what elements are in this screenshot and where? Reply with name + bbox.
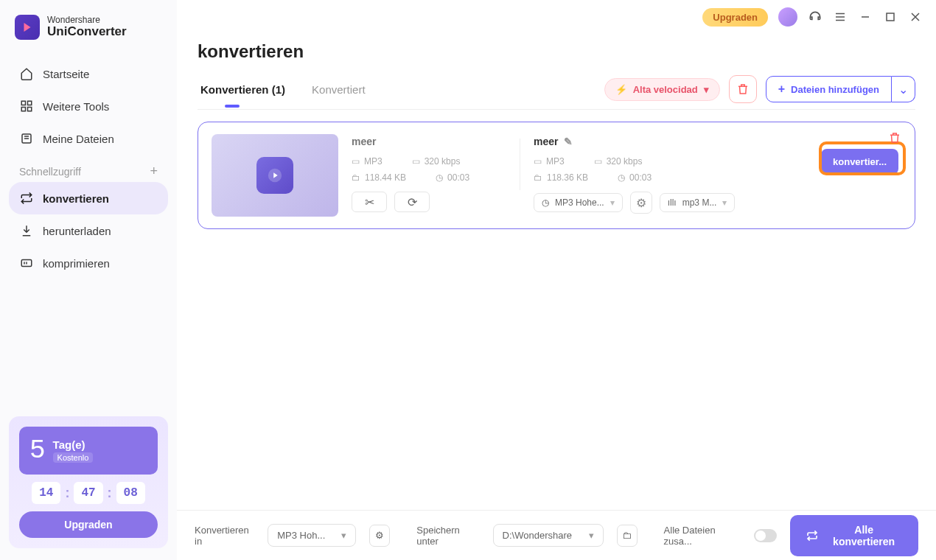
nav-home[interactable]: Startseite <box>9 57 168 90</box>
open-folder-button[interactable]: 🗀 <box>617 525 638 547</box>
save-under-label: Speichern unter <box>416 525 479 547</box>
gear-icon: ⚙ <box>375 530 384 541</box>
crop-button[interactable]: ⟳ <box>394 192 430 212</box>
svg-rect-3 <box>28 108 32 111</box>
svg-rect-6 <box>887 13 894 21</box>
video-icon: ▭ <box>352 156 360 167</box>
play-icon <box>256 157 293 194</box>
nav-download[interactable]: herunterladen <box>9 214 168 247</box>
logo-mark-icon <box>15 15 40 40</box>
tabs-row: Konvertieren (1) Konvertiert ⚡ Alta velo… <box>198 75 915 110</box>
tab-converted[interactable]: Konvertiert <box>309 79 369 100</box>
cut-button[interactable]: ✂ <box>352 192 387 212</box>
nav-convert[interactable]: konvertieren <box>9 182 168 214</box>
nav-tools[interactable]: Weitere Tools <box>9 90 168 122</box>
bolt-icon: ⚡ <box>615 84 627 95</box>
save-path-select[interactable]: D:\Wondershare ▾ <box>493 524 604 547</box>
speed-toggle[interactable]: ⚡ Alta velocidad ▾ <box>604 78 720 101</box>
timer-m: 47 <box>74 482 102 504</box>
close-icon[interactable] <box>908 10 923 24</box>
promo-box: 5 Tag(e) Kostenlo 14 : 47 : 08 Upgraden <box>9 416 168 548</box>
convert-item-button[interactable]: konvertier... <box>821 149 898 175</box>
promo-daylabel: Tag(e) <box>53 438 94 451</box>
nav-files-label: Meine Dateien <box>43 133 114 145</box>
chevron-down-icon: ▾ <box>589 530 594 541</box>
folder-icon: 🗀 <box>622 530 632 541</box>
chevron-down-icon: ⌄ <box>898 83 908 97</box>
preset-select[interactable]: ◷ MP3 Hohe... ▾ <box>534 193 623 212</box>
promo-upgrade-button[interactable]: Upgraden <box>19 511 158 538</box>
file-item-card: meer ▭MP3 ▭320 kbps 🗀118.44 KB ◷00:03 ✂ … <box>198 122 915 229</box>
remove-item-button[interactable] <box>888 131 901 144</box>
speed-label: Alta velocidad <box>633 84 698 95</box>
src-fmt: MP3 <box>364 156 383 167</box>
timer-h: 14 <box>32 482 60 504</box>
nav-compress[interactable]: komprimieren <box>9 247 168 279</box>
merge-label: Alle Dateien zusa... <box>664 525 741 547</box>
home-icon <box>19 66 34 81</box>
add-files-dropdown[interactable]: ⌄ <box>892 76 915 102</box>
add-files-button[interactable]: + Dateien hinzufügen <box>766 76 892 102</box>
sidebar: Wondershare UniConverter Startseite Weit… <box>0 0 177 560</box>
promo-free: Kostenlo <box>53 452 94 463</box>
scissors-icon: ✂ <box>365 195 374 209</box>
headset-icon[interactable] <box>808 10 823 24</box>
source-info: meer ▭MP3 ▭320 kbps 🗀118.44 KB ◷00:03 ✂ … <box>352 134 506 212</box>
convert-in-select[interactable]: MP3 Hoh... ▾ <box>268 524 356 547</box>
folder-icon <box>19 131 34 146</box>
brand-line2: UniConverter <box>47 25 127 39</box>
clear-all-button[interactable] <box>729 75 757 103</box>
convert-in-label: Konvertieren in <box>195 525 254 547</box>
chevron-down-icon: ▾ <box>341 530 346 541</box>
dest-filename: meer <box>534 136 558 147</box>
merge-toggle[interactable] <box>754 529 778 542</box>
convert-icon <box>806 530 818 542</box>
settings-button[interactable]: ⚙ <box>630 192 652 214</box>
src-dur: 00:03 <box>447 172 469 183</box>
svg-rect-1 <box>28 101 32 105</box>
gear-icon: ⚙ <box>636 196 646 210</box>
src-size: 118.44 KB <box>365 172 406 183</box>
menu-icon[interactable] <box>833 10 848 24</box>
save-path-value: D:\Wondershare <box>503 530 572 541</box>
maximize-icon[interactable] <box>883 10 898 24</box>
nav-compress-label: komprimieren <box>43 257 110 270</box>
clock-icon: ◷ <box>618 172 625 183</box>
svg-rect-2 <box>21 108 25 111</box>
chevron-down-icon: ▾ <box>722 197 727 208</box>
edit-icon[interactable]: ✎ <box>564 136 573 147</box>
avatar-icon[interactable] <box>778 7 797 27</box>
convert-settings-button[interactable]: ⚙ <box>369 525 390 547</box>
dst-fmt: MP3 <box>546 156 565 167</box>
upgrade-pill[interactable]: Upgraden <box>702 8 768 27</box>
titlebar: Upgraden <box>177 0 936 34</box>
convert-all-label: Alle konvertieren <box>825 524 902 547</box>
tab-converting[interactable]: Konvertieren (1) <box>198 79 288 100</box>
dst-size: 118.36 KB <box>547 172 588 183</box>
promo-card: 5 Tag(e) Kostenlo <box>19 427 158 475</box>
bitrate-icon: ▭ <box>412 156 420 167</box>
chevron-down-icon: ▾ <box>704 84 709 95</box>
nav-download-label: herunterladen <box>43 225 111 237</box>
clock-icon: ◷ <box>542 197 549 208</box>
audio-icon: ıllı <box>668 197 677 208</box>
plus-icon[interactable]: + <box>150 164 158 179</box>
thumbnail[interactable] <box>212 134 338 217</box>
main-area: Upgraden konvertieren Konvertieren (1) K… <box>177 0 936 560</box>
codec-label: mp3 M... <box>682 197 717 208</box>
bitrate-icon: ▭ <box>594 156 602 167</box>
folder-icon: 🗀 <box>352 172 360 183</box>
svg-rect-0 <box>21 101 25 105</box>
nav-files[interactable]: Meine Dateien <box>9 122 168 155</box>
compress-icon <box>19 256 34 270</box>
preset-label: MP3 Hohe... <box>555 197 604 208</box>
dst-dur: 00:03 <box>629 172 652 183</box>
crop-icon: ⟳ <box>408 195 417 209</box>
nav-tools-label: Weitere Tools <box>43 100 109 113</box>
convert-all-button[interactable]: Alle konvertieren <box>790 515 918 556</box>
codec-select[interactable]: ıllı mp3 M... ▾ <box>660 193 736 212</box>
grid-icon <box>19 99 34 113</box>
source-filename: meer <box>352 136 506 147</box>
timer-s: 08 <box>116 482 145 504</box>
minimize-icon[interactable] <box>858 10 873 24</box>
